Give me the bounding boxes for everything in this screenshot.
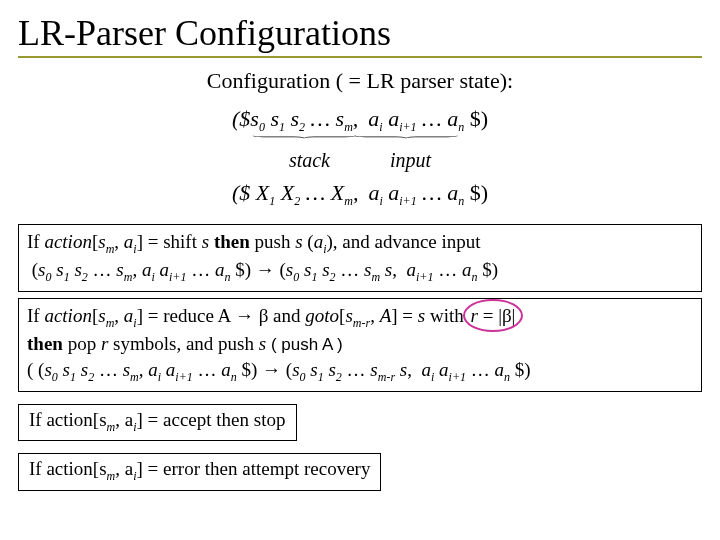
slide-title: LR-Parser Configurations <box>18 12 702 54</box>
config2-input-part: ai ai+1 … an $) <box>368 180 488 209</box>
shift-rule-box: If action[sm, ai] = shift s then push s … <box>18 224 702 292</box>
text: If action[sm, ai] = shift s then push s … <box>27 231 481 252</box>
subtitle: Configuration ( = LR parser state): <box>18 68 702 94</box>
brace-input: ︸ input <box>390 133 431 172</box>
accept-rule-box: If action[sm, ai] = accept then stop <box>18 404 297 442</box>
text: (s0 s1 s2 … sm, ai ai+1 … an $) → (s0 s1… <box>27 259 498 280</box>
slide: LR-Parser Configurations Configuration (… <box>0 0 720 505</box>
text: If action[sm, ai] = reduce A → β and got… <box>27 305 517 326</box>
text: ( (s0 s1 s2 … sm, ai ai+1 … an $) → (s0 … <box>27 359 531 380</box>
stack-label: stack <box>289 149 330 172</box>
config2-stack-part: ($ X1 X2 … Xm, <box>232 180 358 209</box>
configuration-2: ($ X1 X2 … Xm, ai ai+1 … an $) <box>18 180 702 209</box>
brace-icon: ︸ <box>351 136 471 141</box>
brace-row: ︸ stack ︸ input <box>18 133 702 172</box>
circled-r-eq-beta: r = |β| <box>469 303 518 329</box>
brace-stack: ︸ stack <box>289 133 330 172</box>
error-rule-box: If action[sm, ai] = error then attempt r… <box>18 453 381 491</box>
input-label: input <box>390 149 431 172</box>
text: then pop r symbols, and push s ( push A … <box>27 333 343 354</box>
title-bar: LR-Parser Configurations <box>18 12 702 58</box>
reduce-rule-box: If action[sm, ai] = reduce A → β and got… <box>18 298 702 392</box>
